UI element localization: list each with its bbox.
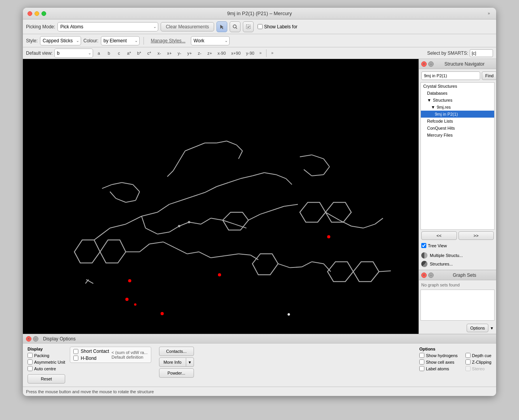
hbond-label: H-Bond — [81, 356, 109, 361]
axis-b-button[interactable]: b — [105, 49, 113, 57]
short-contact-checkbox[interactable] — [73, 349, 78, 354]
axis-b-star-button[interactable]: b* — [135, 49, 144, 57]
auto-centre-row: Auto centre — [28, 366, 65, 371]
axis-c-star-button[interactable]: c* — [145, 49, 154, 57]
style-select-wrapper[interactable]: Capped Sticks — [40, 36, 81, 45]
contacts-labels: Short Contact H-Bond — [81, 349, 109, 361]
label-atoms-checkbox[interactable] — [419, 366, 424, 371]
structure-navigator-title: Structure Navigator — [445, 61, 484, 67]
axis-y-90-button[interactable]: y-90 — [244, 49, 256, 57]
axis-x-minus-button[interactable]: x- — [155, 49, 164, 57]
axis-x-plus90-button[interactable]: x+90 — [229, 49, 242, 57]
nav-find-button[interactable]: Find — [482, 71, 496, 80]
minimize-button[interactable] — [35, 11, 39, 16]
clear-measurements-button[interactable]: Clear Measurements — [161, 22, 214, 31]
work-select-wrapper[interactable]: Work — [191, 36, 230, 45]
style-select[interactable]: Capped Sticks — [40, 36, 81, 45]
axis-x-90-button[interactable]: x-90 — [216, 49, 228, 57]
axis-x-plus-button[interactable]: x+ — [165, 49, 174, 57]
no-graph-sets-msg: No graph sets found — [421, 283, 460, 287]
tree-databases[interactable]: Databases — [421, 90, 494, 97]
default-view-select[interactable]: b — [54, 49, 93, 58]
nav-next-button[interactable]: >> — [458, 231, 494, 240]
tree-9mj-p21[interactable]: 9mj in P2(1) — [421, 111, 494, 118]
manage-styles-button[interactable]: Manage Styles... — [148, 36, 189, 45]
axis-y-plus-button[interactable]: y+ — [185, 49, 194, 57]
nav-search-row: Find — [419, 69, 496, 82]
default-view-select-wrapper[interactable]: b — [54, 49, 93, 58]
reset-button[interactable]: Reset — [28, 374, 65, 384]
structure-options: Multiple Structu... Structures... — [419, 250, 496, 270]
show-labels-label: Show Labels for — [264, 24, 298, 30]
axis-z-plus-button[interactable]: z+ — [206, 49, 214, 57]
nav-search-input[interactable] — [421, 71, 480, 80]
svg-rect-2 — [246, 25, 250, 29]
more-info-button[interactable]: More Info — [159, 358, 186, 367]
picking-mode-select[interactable]: Pick Atoms — [57, 22, 158, 31]
work-select[interactable]: Work — [191, 36, 230, 45]
more-info-wrapper: More Info ▼ — [159, 358, 194, 367]
colour-select[interactable]: by Element — [101, 36, 140, 45]
stereo-checkbox[interactable] — [465, 366, 471, 371]
structures-label[interactable]: Structures... — [430, 262, 453, 266]
tree-view-checkbox[interactable] — [421, 243, 426, 248]
select-button[interactable] — [243, 21, 254, 32]
hbond-desc: Default definition — [111, 355, 147, 359]
maximize-button[interactable] — [42, 11, 46, 16]
tree-9mj-res[interactable]: ▼ 9mj.res — [421, 104, 494, 111]
traffic-lights — [28, 11, 46, 16]
graph-sets-collapse-button[interactable]: – — [428, 272, 434, 278]
more-expand-icon[interactable]: » — [270, 51, 275, 55]
show-cell-axes-checkbox[interactable] — [419, 359, 424, 364]
auto-centre-checkbox[interactable] — [28, 366, 33, 371]
tree-refcode-lists[interactable]: Refcode Lists — [421, 118, 494, 125]
toolbar-row3: Default view: b a b c a* b* c* x- x+ y- … — [23, 47, 496, 59]
smarts-label: Select by SMARTS: — [427, 50, 468, 56]
short-contact-label: Short Contact — [81, 349, 109, 354]
toolbar3-divider — [266, 49, 266, 57]
display-options-close-button[interactable]: ✕ — [26, 336, 31, 342]
show-hydrogens-checkbox[interactable] — [419, 353, 424, 358]
axis-y-minus-button[interactable]: y- — [175, 49, 184, 57]
svg-point-96 — [327, 235, 330, 238]
packing-checkbox[interactable] — [28, 353, 33, 358]
structure-tree: Crystal Structures Databases ▼ Structure… — [420, 82, 495, 230]
options-arrow-icon[interactable]: ▼ — [490, 326, 494, 330]
smarts-input[interactable] — [470, 49, 493, 57]
cursor-tool-button[interactable] — [216, 21, 227, 32]
colour-select-wrapper[interactable]: by Element — [101, 36, 140, 45]
hbond-checkbox[interactable] — [73, 356, 78, 361]
picking-mode-select-wrapper[interactable]: Pick Atoms — [57, 22, 158, 31]
powder-button[interactable]: Powder... — [159, 368, 194, 378]
axes-expand-icon[interactable]: » — [258, 51, 263, 55]
tree-conquest-hits[interactable]: ConQuest Hits — [421, 125, 494, 132]
expand-icon[interactable]: » — [486, 11, 491, 16]
graph-sets-close-button[interactable]: ✕ — [421, 272, 427, 278]
graph-sets-options-button[interactable]: Options — [467, 324, 488, 332]
tree-structures[interactable]: ▼ Structures — [421, 97, 494, 104]
svg-point-99 — [287, 313, 290, 316]
nav-prev-button[interactable]: << — [421, 231, 457, 240]
tree-mercury-files[interactable]: Mercury Files — [421, 132, 494, 139]
magnifier-button[interactable] — [230, 21, 240, 32]
close-button[interactable] — [28, 11, 32, 16]
graph-sets-panel: ✕ – Graph Sets No graph sets found Optio… — [419, 270, 496, 334]
axis-a-star-button[interactable]: a* — [125, 49, 133, 57]
display-options-collapse-button[interactable]: – — [33, 336, 38, 342]
display-section-title: Display — [28, 347, 65, 351]
contacts-button[interactable]: Contacts... — [159, 347, 194, 356]
z-clipping-checkbox[interactable] — [465, 359, 471, 364]
axis-z-minus-button[interactable]: z- — [195, 49, 204, 57]
axis-c-button[interactable]: c — [115, 49, 123, 57]
depth-cue-checkbox[interactable] — [465, 353, 471, 358]
axis-a-button[interactable]: a — [95, 49, 103, 57]
asymmetric-unit-checkbox[interactable] — [28, 359, 33, 364]
more-info-dropdown-button[interactable]: ▼ — [186, 358, 194, 367]
structure-nav-close-button[interactable]: ✕ — [421, 61, 427, 67]
svg-point-93 — [128, 279, 131, 282]
structure-nav-collapse-button[interactable]: – — [428, 61, 434, 67]
show-labels-checkbox[interactable] — [258, 24, 263, 29]
molecule-viewer[interactable] — [23, 59, 419, 334]
tree-crystal-structures[interactable]: Crystal Structures — [421, 83, 494, 90]
asymmetric-unit-row: Asymmetric Unit — [28, 359, 65, 364]
